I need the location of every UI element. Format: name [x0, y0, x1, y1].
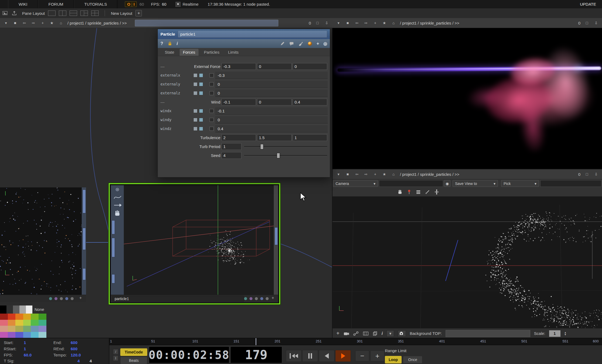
play-reverse-button[interactable]: [319, 350, 334, 362]
wind-z-field[interactable]: 0.4: [293, 99, 327, 105]
node-viewer-left[interactable]: +: [0, 187, 86, 302]
breadcrumb[interactable]: / project1 / sprinkle_particles / >>: [400, 172, 459, 177]
realtime-checkbox[interactable]: [176, 2, 180, 7]
stop-icon[interactable]: ■: [345, 21, 350, 25]
update-button[interactable]: UPDATE: [580, 2, 596, 6]
channel-toggle[interactable]: [210, 82, 214, 86]
film-icon[interactable]: [363, 331, 369, 336]
palette-swatch[interactable]: [0, 326, 8, 332]
palette-swatch[interactable]: [15, 314, 23, 320]
turbulence-x-field[interactable]: 2: [221, 134, 256, 141]
palette-swatch[interactable]: [0, 314, 8, 320]
menu-tutorials[interactable]: TUTORIALS: [74, 0, 118, 8]
brush-icon[interactable]: [298, 41, 303, 46]
flag-dot[interactable]: [49, 297, 52, 300]
camera-path-input[interactable]: [379, 180, 443, 187]
flag-dot[interactable]: [255, 297, 258, 300]
comment-icon[interactable]: [289, 41, 294, 46]
flag-dot[interactable]: [71, 297, 74, 300]
turbulence-y-field[interactable]: 1.5: [257, 134, 292, 141]
channel-toggle[interactable]: [193, 82, 197, 86]
tab-particles[interactable]: Particles: [201, 49, 223, 56]
display-flag-icon[interactable]: ◎: [111, 185, 124, 193]
home-icon[interactable]: ⌂: [391, 21, 396, 25]
channel-value-field[interactable]: 0.4: [215, 125, 328, 132]
tsig-value2[interactable]: 4: [90, 359, 92, 363]
channel-toggle[interactable]: [193, 118, 197, 122]
probe-icon[interactable]: [425, 189, 430, 195]
once-button[interactable]: Once: [403, 356, 422, 363]
channel-toggle[interactable]: [210, 73, 214, 77]
palette-swatch[interactable]: [15, 332, 23, 338]
home-icon[interactable]: ⌂: [58, 21, 64, 25]
channel-toggle[interactable]: [210, 127, 214, 131]
node-name-label[interactable]: particle1: [112, 296, 244, 302]
start-value[interactable]: 1: [24, 340, 26, 345]
channel-toggle[interactable]: [199, 82, 203, 86]
add-icon[interactable]: +: [372, 172, 378, 176]
palette-swatch[interactable]: [23, 314, 31, 320]
dropdown-icon[interactable]: ▾: [386, 330, 394, 337]
channel-toggle[interactable]: [193, 109, 197, 113]
slider-handle[interactable]: [260, 144, 264, 149]
forward-icon[interactable]: ⇨: [363, 21, 369, 25]
turb-period-slider[interactable]: [244, 146, 327, 147]
palette-swatch[interactable]: [8, 320, 16, 326]
add-icon[interactable]: +: [372, 21, 378, 25]
arrow-icon[interactable]: [111, 202, 124, 209]
externalforce-z-field[interactable]: 0: [293, 63, 327, 70]
back-icon[interactable]: ⇦: [354, 172, 360, 176]
menu-wiki[interactable]: WIKI: [8, 0, 38, 8]
wind-x-field[interactable]: -0.1: [221, 99, 256, 105]
channel-value-field[interactable]: -0.3: [215, 72, 328, 79]
channel-toggle[interactable]: [199, 109, 203, 113]
turb-period-field[interactable]: 1: [221, 143, 241, 150]
palette-swatch[interactable]: [0, 332, 8, 338]
frame-mode-button[interactable]: /: [113, 349, 118, 355]
palette-swatch[interactable]: [15, 320, 23, 326]
channel-toggle[interactable]: [199, 91, 203, 95]
step-forward-button[interactable]: +: [370, 351, 384, 361]
pan-hand-icon[interactable]: [397, 189, 403, 195]
flag-dot[interactable]: [260, 297, 263, 300]
channel-toggle[interactable]: [199, 118, 203, 122]
node-name-field[interactable]: particle1: [178, 30, 327, 38]
externalforce-x-field[interactable]: -0.3: [221, 63, 256, 70]
channel-toggle[interactable]: [210, 118, 214, 122]
add-parameter-icon[interactable]: +: [317, 41, 319, 46]
node-right-scrollbar[interactable]: [274, 185, 278, 295]
pencil-icon[interactable]: [280, 41, 285, 46]
palette-none-label[interactable]: None: [35, 307, 44, 312]
curve-icon[interactable]: [111, 193, 124, 201]
frame-display[interactable]: 179: [230, 346, 282, 363]
dock-icon[interactable]: ⇩: [593, 21, 599, 25]
channel-toggle[interactable]: [199, 73, 203, 77]
playhead[interactable]: [256, 338, 256, 345]
play-forward-button[interactable]: [335, 350, 351, 362]
palette-swatch[interactable]: [39, 326, 46, 332]
star-icon[interactable]: ★: [382, 172, 387, 176]
loop-button[interactable]: Loop: [385, 356, 402, 363]
node-3d-preview[interactable]: [124, 185, 274, 295]
palette-swatch[interactable]: [39, 314, 46, 320]
back-icon[interactable]: ⇦: [354, 21, 360, 25]
star-icon[interactable]: ★: [49, 21, 54, 25]
back-icon[interactable]: ⇦: [22, 21, 27, 25]
channel-toggle[interactable]: [193, 91, 197, 95]
add-icon[interactable]: +: [40, 21, 45, 25]
seed-field[interactable]: 4: [221, 152, 241, 159]
pause-button[interactable]: [302, 350, 318, 362]
pick-path-input[interactable]: [540, 180, 601, 187]
flag-dot[interactable]: [54, 297, 57, 300]
picker-icon[interactable]: [406, 189, 412, 195]
add-icon[interactable]: +: [336, 330, 340, 336]
dialog-titlebar[interactable]: Particle particle1: [158, 29, 330, 39]
menu-forum[interactable]: FORUM: [38, 0, 74, 8]
copy-icon[interactable]: [372, 331, 378, 336]
fps-value[interactable]: 60.0: [24, 353, 32, 357]
viewer-scrollbar[interactable]: [82, 187, 86, 295]
channel-toggle[interactable]: [210, 109, 214, 113]
beats-mode-button[interactable]: Beats: [120, 357, 147, 364]
integer-mode-button[interactable]: I: [113, 355, 118, 361]
palette-swatch[interactable]: [8, 326, 16, 332]
